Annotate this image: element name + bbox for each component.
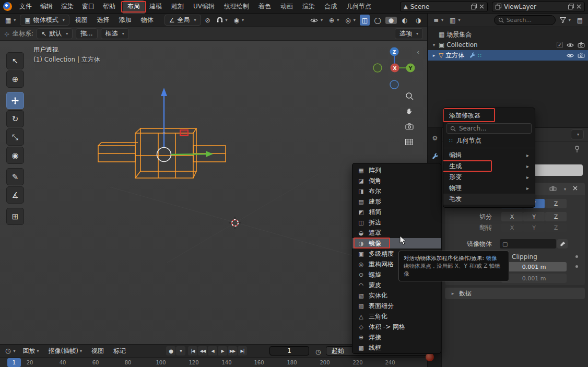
show-visibility-dropdown[interactable]: ▾	[308, 15, 325, 26]
expander-icon[interactable]: ▾	[431, 42, 437, 48]
workspace-tab-texture-paint[interactable]: 纹理绘制	[219, 0, 254, 14]
current-frame-field[interactable]: 1	[269, 346, 309, 356]
new-scene-icon[interactable]	[471, 4, 477, 9]
hide-eye-icon[interactable]	[567, 53, 574, 58]
axis-minus-z-ball[interactable]	[390, 80, 398, 89]
play-button[interactable]: ▶	[218, 346, 227, 356]
axis-z-toggle[interactable]: Z	[545, 199, 567, 208]
outliner-editor-type-button[interactable]: ≡▾	[431, 15, 445, 26]
menu-item-volume-to-mesh[interactable]: ◇体积 -> 网格	[352, 322, 441, 332]
jump-end-button[interactable]: ▶|	[238, 346, 247, 356]
menu-item-physics-category[interactable]: 物理▸	[443, 183, 535, 194]
outliner-scene-collection[interactable]: ▦ 场景集合	[428, 29, 588, 40]
orthographic-toggle-icon[interactable]	[406, 139, 413, 145]
workspace-tab-uv-editing[interactable]: UV编辑	[189, 0, 219, 14]
menu-timeline-view[interactable]: 视图	[87, 345, 108, 357]
shading-rendered-button[interactable]: ◑	[413, 17, 424, 24]
bisect-x-toggle[interactable]: X	[501, 212, 523, 221]
pan-hand-icon[interactable]	[407, 109, 411, 114]
prev-keyframe-button[interactable]: ◀◀	[198, 346, 207, 356]
menu-file[interactable]: 文件	[15, 1, 36, 13]
camera-view-icon[interactable]	[406, 124, 413, 129]
menu-item-solidify[interactable]: ▧实体化	[352, 290, 441, 301]
new-viewlayer-icon[interactable]	[568, 4, 574, 9]
menu-item-hair-category[interactable]: 毛发	[443, 194, 535, 205]
flip-z-toggle[interactable]: Z	[545, 223, 567, 232]
select-mode-dropdown[interactable]: 框选▾	[101, 28, 129, 39]
overlays-dropdown[interactable]: ◎▾	[343, 15, 358, 26]
menu-render[interactable]: 渲染	[57, 1, 78, 13]
auto-key-dropdown[interactable]: ▾	[176, 346, 185, 356]
axis-gizmo[interactable]: Z Y X	[373, 48, 415, 89]
pin-icon[interactable]	[574, 146, 580, 153]
viewlayer-selector[interactable]: ViewLayer	[492, 2, 585, 12]
snap-dropdown[interactable]: ▾	[215, 15, 230, 26]
shading-wireframe-button[interactable]: ◯	[372, 17, 383, 24]
workspace-tab-layout[interactable]: 布局	[123, 0, 145, 14]
expander-icon[interactable]: ▸	[431, 53, 437, 58]
animate-dot-icon[interactable]	[575, 265, 578, 268]
bisect-distance-field[interactable]: 0.001 m	[501, 274, 567, 283]
transform-orientation-dropdown[interactable]: ∠ 全局▾	[164, 15, 201, 26]
options-dropdown[interactable]: 选项▾	[395, 28, 423, 39]
workspace-tab-rendering[interactable]: 渲染	[298, 0, 320, 14]
workspace-tab-compositing[interactable]: 合成	[320, 0, 342, 14]
proportional-edit-dropdown[interactable]: ◉▾	[232, 15, 246, 26]
auto-key-button[interactable]: ●	[166, 346, 175, 356]
xray-toggle[interactable]: ◫	[360, 15, 370, 26]
menu-item-edit-category[interactable]: 编辑▸	[443, 150, 535, 161]
menu-help[interactable]: 帮助	[99, 1, 120, 13]
menu-playback[interactable]: 回放▾	[19, 345, 43, 357]
workspace-tab-modeling[interactable]: 建模	[145, 0, 167, 14]
modifier-tab-icon[interactable]	[430, 151, 440, 161]
collection-checkbox[interactable]: ✓	[557, 42, 563, 48]
editor-type-button[interactable]: ▦▾	[3, 15, 18, 26]
mode-dropdown[interactable]: ▣ 物体模式▾	[20, 15, 69, 26]
outliner-collection-row[interactable]: ▾ ▣ Collection ✓	[428, 40, 588, 50]
menu-item-triangulate[interactable]: △三角化	[352, 311, 441, 322]
menu-item-skin[interactable]: ◠蒙皮	[352, 280, 441, 290]
menu-item-deform-category[interactable]: 形变▸	[443, 172, 535, 183]
gizmos-dropdown[interactable]: ⊕▾	[327, 15, 341, 26]
workspace-tab-shading[interactable]: 着色	[254, 0, 276, 14]
coord-system-dropdown[interactable]: ↖默认▾	[37, 28, 73, 39]
flip-x-toggle[interactable]: X	[501, 223, 523, 232]
collapse-region-icon[interactable]: ‹	[417, 48, 419, 56]
menu-item-build[interactable]: ▤建形	[352, 196, 441, 207]
gizmo-y-arrow[interactable]	[206, 151, 213, 157]
menu-item-decimate[interactable]: ◩精简	[352, 207, 441, 217]
eyedropper-icon[interactable]	[557, 239, 568, 248]
gizmo-z-arrow[interactable]	[161, 88, 167, 96]
drag-dropdown[interactable]: 拖...	[76, 28, 97, 39]
disable-render-camera-icon[interactable]	[578, 53, 585, 58]
menu-view[interactable]: 视图	[72, 15, 91, 26]
modifier-render-camera-icon[interactable]	[549, 186, 557, 191]
zoom-icon[interactable]	[406, 93, 413, 100]
menu-item-generate-category[interactable]: 生成▸	[443, 161, 535, 172]
hide-eye-icon[interactable]	[567, 43, 574, 48]
menu-item-mirror[interactable]: ◑镜像	[352, 238, 441, 248]
outliner-search-input[interactable]	[507, 17, 548, 23]
menu-add[interactable]: 添加	[115, 15, 135, 26]
merge-limit-field[interactable]: 0.001 m	[501, 262, 567, 271]
scene-selector[interactable]: ▲ Scene	[400, 2, 488, 12]
menu-item-boolean[interactable]: ◨布尔	[352, 186, 441, 196]
playhead-marker[interactable]: 1	[7, 358, 21, 367]
filter-icon[interactable]: ▾	[558, 15, 573, 26]
play-reverse-button[interactable]: ◀	[208, 346, 217, 356]
outliner-search[interactable]	[494, 15, 556, 25]
material-icon[interactable]	[426, 353, 434, 361]
animate-dot-icon[interactable]	[575, 255, 578, 258]
data-subpanel-header[interactable]: ▸ 数据	[445, 288, 585, 299]
bisect-y-toggle[interactable]: Y	[523, 212, 545, 221]
menu-edit[interactable]: 编辑	[36, 1, 57, 13]
shading-solid-button[interactable]: ●	[385, 17, 397, 24]
outliner-object-row[interactable]: ▸ ▽ 立方体 ∷	[428, 50, 588, 61]
disable-render-camera-icon[interactable]	[578, 42, 585, 48]
shading-material-button[interactable]: ◐	[399, 17, 410, 24]
unlink-scene-icon[interactable]	[479, 4, 484, 9]
remove-viewlayer-icon[interactable]	[577, 4, 581, 9]
outliner-display-mode-button[interactable]: ▥▾	[448, 15, 462, 26]
snap-toggle[interactable]: ⊘	[203, 15, 213, 26]
outliner-options-icon[interactable]: ▤	[575, 15, 585, 26]
